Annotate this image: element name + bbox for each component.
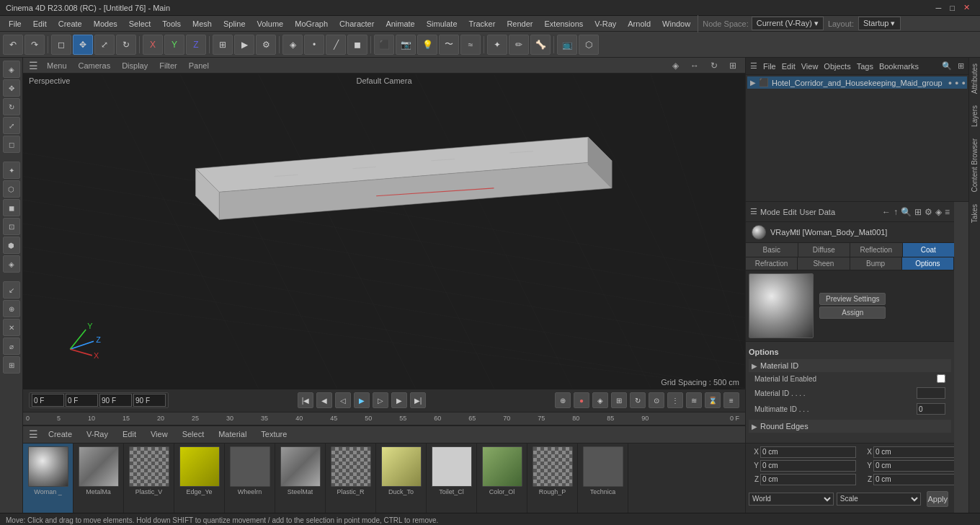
prev-key-btn[interactable]: ◁: [335, 392, 351, 408]
attr-filter-icon[interactable]: ⊞: [914, 207, 922, 217]
mat-item-steel[interactable]: SteelMat: [275, 444, 326, 513]
left-tool-16[interactable]: ⊞: [3, 356, 20, 374]
menu-modes[interactable]: Modes: [88, 18, 123, 30]
light-btn[interactable]: 💡: [417, 35, 437, 55]
menu-spline[interactable]: Spline: [218, 18, 251, 30]
assign-btn[interactable]: Assign: [819, 306, 886, 319]
sculpt-btn[interactable]: ✦: [487, 35, 507, 55]
left-tool-15[interactable]: ⌀: [3, 338, 20, 355]
attr-icon-5[interactable]: ≡: [945, 207, 950, 217]
tl-icon-10[interactable]: ≡: [723, 392, 739, 408]
obj-mode[interactable]: ◈: [282, 35, 303, 55]
tl-icon-3[interactable]: ◈: [592, 392, 608, 408]
point-mode[interactable]: •: [304, 35, 324, 55]
left-tool-10[interactable]: ⬢: [3, 237, 20, 254]
world-dropdown[interactable]: World Object: [749, 493, 834, 506]
mat-item-metalma[interactable]: MetalMa: [74, 444, 124, 513]
mat-menu-create[interactable]: Create: [44, 428, 76, 440]
attr-tab-diffuse[interactable]: Diffuse: [798, 243, 851, 257]
obj-menu-icon[interactable]: ☰: [750, 61, 757, 71]
vp-icon-3[interactable]: ↻: [708, 61, 721, 71]
left-tool-9[interactable]: ⊡: [3, 218, 20, 235]
next-key-btn[interactable]: ▷: [373, 392, 388, 408]
menu-create[interactable]: Create: [53, 18, 88, 30]
attr-menu-userdata[interactable]: User Data: [800, 208, 836, 216]
play-btn[interactable]: ▶: [354, 392, 370, 408]
material-id-header[interactable]: ▶ Material ID: [749, 359, 951, 372]
mat-item-plastic-v[interactable]: Plastic_V: [124, 444, 174, 513]
left-tool-11[interactable]: ◈: [3, 255, 20, 273]
win-close[interactable]: ✕: [959, 3, 974, 12]
tl-icon-4[interactable]: ⊞: [611, 392, 627, 408]
vtab-attributes[interactable]: Attributes: [969, 58, 980, 100]
obj-menu-bookmarks[interactable]: Bookmarks: [879, 62, 919, 71]
scene-tree[interactable]: ▶ ⬛ Hotel_Corridor_and_Housekeeping_Maid…: [746, 75, 968, 201]
rigging-btn[interactable]: 🦴: [530, 35, 551, 55]
tl-icon-1[interactable]: ⊕: [555, 392, 571, 408]
obj-menu-file[interactable]: File: [763, 62, 776, 71]
left-tool-3[interactable]: ↻: [3, 98, 20, 115]
y-axis[interactable]: Y: [164, 35, 184, 55]
left-tool-5[interactable]: ◻: [3, 136, 20, 153]
menu-animate[interactable]: Animate: [380, 18, 420, 30]
menu-tools[interactable]: Tools: [156, 18, 187, 30]
mat-item-rough[interactable]: Rough_P: [527, 444, 578, 513]
render-btn[interactable]: ▶: [234, 35, 254, 55]
menu-select[interactable]: Select: [123, 18, 157, 30]
menu-extensions[interactable]: Extensions: [538, 18, 589, 30]
scale-dropdown[interactable]: Scale: [837, 493, 922, 506]
vtab-takes[interactable]: Takes: [969, 198, 980, 229]
attr-icon-4[interactable]: ◈: [935, 207, 942, 217]
attr-sub-refraction[interactable]: Refraction: [746, 257, 798, 270]
snap-btn[interactable]: ⊞: [213, 35, 233, 55]
round-edges-header[interactable]: ▶ Round Edges: [749, 420, 951, 433]
left-tool-12[interactable]: ↙: [3, 281, 20, 299]
mat-menu-select[interactable]: Select: [178, 428, 209, 440]
menu-simulate[interactable]: Simulate: [421, 18, 463, 30]
current-frame-input[interactable]: [66, 394, 98, 407]
left-tool-2[interactable]: ✥: [3, 79, 20, 97]
mat-item-toilet[interactable]: Toilet_Cl: [427, 444, 477, 513]
undo-btn[interactable]: ↶: [3, 35, 23, 55]
vp-tab-menu[interactable]: Menu: [44, 60, 70, 71]
rot-y-input[interactable]: [873, 460, 954, 472]
obj-search-icon[interactable]: 🔍: [942, 61, 952, 71]
attr-up-btn[interactable]: ↑: [894, 207, 898, 217]
menu-file[interactable]: File: [3, 18, 27, 30]
edge-mode[interactable]: ╱: [326, 35, 346, 55]
paint-btn[interactable]: ✏: [509, 35, 529, 55]
left-tool-8[interactable]: ◼: [3, 199, 20, 216]
tl-icon-7[interactable]: ⋮: [667, 392, 683, 408]
vp-icon-4[interactable]: ⊞: [726, 61, 739, 71]
multimatte-input[interactable]: [917, 403, 945, 415]
mat-menu-vray[interactable]: V-Ray: [82, 428, 112, 440]
scene-visible-icon[interactable]: ●: [948, 79, 952, 87]
menu-edit[interactable]: Edit: [27, 18, 53, 30]
start-frame-input[interactable]: [32, 394, 64, 407]
mat-item-technica[interactable]: Technica: [578, 444, 628, 513]
tl-icon-9[interactable]: ⌛: [705, 392, 721, 408]
mat-menu-edit[interactable]: Edit: [118, 428, 141, 440]
mat-menu-texture[interactable]: Texture: [257, 428, 291, 440]
scene-lock-icon[interactable]: ●: [962, 79, 966, 87]
poly-mode[interactable]: ◼: [347, 35, 368, 55]
z-axis[interactable]: Z: [186, 35, 206, 55]
mat-menu-view[interactable]: View: [146, 428, 172, 440]
attr-tab-reflection[interactable]: Reflection: [850, 243, 903, 257]
menu-arnold[interactable]: Arnold: [622, 18, 656, 30]
cam-btn[interactable]: 📷: [396, 35, 416, 55]
x-axis[interactable]: X: [143, 35, 163, 55]
pos-x-input[interactable]: [760, 446, 856, 458]
vp-icon-2[interactable]: ↔: [687, 61, 702, 71]
pos-y-input[interactable]: [760, 460, 856, 472]
attr-back-btn[interactable]: ←: [882, 207, 891, 217]
obj-menu-objects[interactable]: Objects: [824, 62, 850, 71]
fps-input[interactable]: [133, 394, 166, 407]
cube-btn[interactable]: ⬛: [374, 35, 394, 55]
vtab-content-browser[interactable]: Content Browser: [969, 133, 980, 198]
vp-tab-panel[interactable]: Panel: [186, 60, 212, 71]
effector-btn[interactable]: ≈: [460, 35, 481, 55]
move-tool[interactable]: ✥: [73, 35, 93, 55]
rotate-tool[interactable]: ↻: [116, 35, 136, 55]
mat-item-duck[interactable]: Duck_To: [376, 444, 427, 513]
